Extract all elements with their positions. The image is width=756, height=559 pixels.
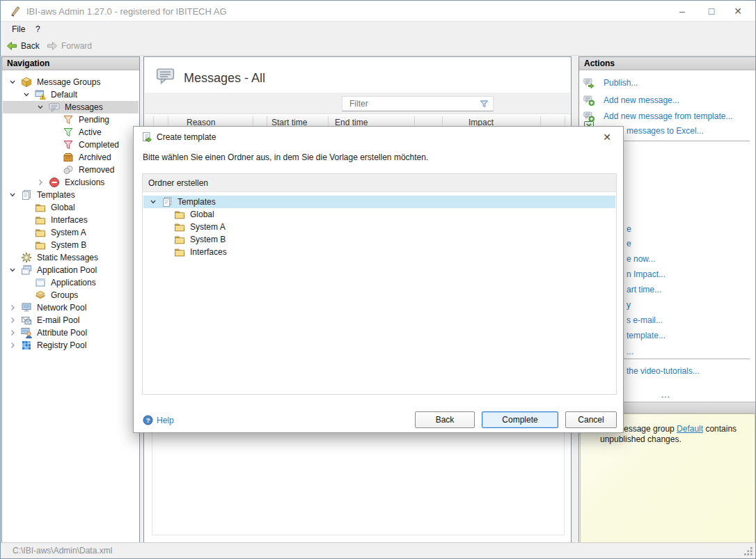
action-link-fragment[interactable]: template... bbox=[627, 331, 666, 340]
action-export-excel-fragment[interactable]: messages to Excel... bbox=[627, 126, 704, 136]
tree-item-network-pool[interactable]: Network Pool bbox=[3, 301, 139, 314]
action-link-fragment[interactable]: e bbox=[627, 224, 631, 234]
chevron-collapsed-icon[interactable] bbox=[36, 179, 45, 186]
tree-item-messages[interactable]: Messages bbox=[3, 101, 139, 113]
filter-input[interactable] bbox=[348, 98, 473, 109]
tree-item-label: System A bbox=[190, 222, 226, 232]
dialog-description: Bitte wählen Sie einen Ordner aus, in de… bbox=[143, 152, 428, 162]
network-pool-icon bbox=[21, 302, 32, 313]
chevron-collapsed-icon[interactable] bbox=[8, 342, 17, 349]
action-link-fragment[interactable]: n Impact... bbox=[627, 269, 666, 279]
app-window: IBI-aws Admin 1.27.0 - registered for IB… bbox=[0, 0, 756, 559]
action-publish[interactable]: Publish... bbox=[583, 77, 638, 88]
tree-item-registry-pool[interactable]: Registry Pool bbox=[3, 339, 139, 352]
dialog-close-icon[interactable]: ✕ bbox=[599, 130, 615, 144]
action-link-fragment[interactable]: ... bbox=[627, 347, 633, 356]
filter-box bbox=[342, 96, 494, 111]
tree-item-application-pool[interactable]: Application Pool bbox=[3, 264, 139, 276]
cancel-button[interactable]: Cancel bbox=[565, 411, 617, 428]
tree-item-completed[interactable]: Completed bbox=[3, 139, 139, 151]
tree-item-removed[interactable]: Removed bbox=[3, 164, 139, 176]
tree-item-interfaces[interactable]: Interfaces bbox=[143, 246, 615, 258]
groups-icon bbox=[35, 290, 46, 301]
tree-item-system-a[interactable]: System A bbox=[143, 221, 615, 233]
tree-item-default[interactable]: Default bbox=[3, 88, 139, 101]
chevron-placeholder bbox=[22, 242, 31, 249]
action-add-new-message[interactable]: Add new message... bbox=[583, 95, 679, 106]
more-ellipsis[interactable]: ... bbox=[661, 390, 670, 400]
chevron-expanded-icon[interactable] bbox=[149, 198, 157, 205]
chevron-collapsed-icon[interactable] bbox=[8, 317, 17, 324]
tree-item-label: Groups bbox=[51, 290, 78, 300]
tree-item-groups[interactable]: Groups bbox=[3, 289, 139, 301]
folder-icon bbox=[174, 221, 185, 233]
complete-button[interactable]: Complete bbox=[482, 411, 558, 428]
tree-item-e-mail-pool[interactable]: E-mail Pool bbox=[3, 314, 139, 326]
folder-group-header: Ordner erstellen bbox=[143, 174, 616, 192]
tree-item-system-b[interactable]: System B bbox=[3, 239, 139, 251]
chevron-expanded-icon[interactable] bbox=[8, 191, 17, 198]
messages-title-icon bbox=[156, 66, 175, 84]
action-link-fragment[interactable]: e bbox=[627, 239, 631, 249]
close-button[interactable]: ✕ bbox=[726, 1, 750, 22]
tree-item-active[interactable]: Active bbox=[3, 126, 139, 139]
help-link[interactable]: ? Help bbox=[143, 415, 174, 425]
action-link-fragment[interactable]: e now... bbox=[627, 254, 655, 264]
tree-item-templates[interactable]: Templates bbox=[3, 189, 139, 201]
svg-text:?: ? bbox=[146, 417, 150, 424]
tree-item-attribute-pool[interactable]: Attribute Pool bbox=[3, 326, 139, 339]
menu-file[interactable]: File bbox=[8, 24, 29, 35]
tree-item-pending[interactable]: Pending bbox=[3, 113, 139, 126]
resize-grip-icon[interactable] bbox=[743, 546, 753, 556]
tree-item-system-a[interactable]: System A bbox=[3, 226, 139, 239]
tree-item-label: Templates bbox=[37, 190, 75, 200]
tree-item-interfaces[interactable]: Interfaces bbox=[3, 214, 139, 226]
chevron-placeholder bbox=[50, 154, 58, 161]
tree-item-label: Attribute Pool bbox=[37, 328, 87, 338]
tree-item-global[interactable]: Global bbox=[143, 208, 615, 221]
forward-arrow-icon bbox=[47, 40, 58, 52]
chevron-expanded-icon[interactable] bbox=[8, 267, 17, 274]
action-link-fragment[interactable]: s e-mail... bbox=[627, 315, 663, 325]
tree-item-label: Registry Pool bbox=[37, 340, 86, 350]
chevron-expanded-icon[interactable] bbox=[8, 79, 17, 86]
tree-item-exclusions[interactable]: Exclusions bbox=[3, 176, 139, 189]
minimize-button[interactable]: – bbox=[670, 1, 694, 22]
tree-item-system-b[interactable]: System B bbox=[143, 233, 615, 246]
back-button[interactable]: Back bbox=[6, 39, 40, 53]
filter-funnel-icon[interactable] bbox=[479, 99, 489, 109]
chevron-placeholder bbox=[50, 116, 58, 123]
action-add-new-message-from-template[interactable]: Add new message from template... bbox=[583, 111, 732, 122]
chevron-expanded-icon[interactable] bbox=[36, 104, 45, 111]
tree-item-applications[interactable]: Applications bbox=[3, 276, 139, 289]
back-arrow-icon bbox=[6, 40, 17, 52]
maximize-button[interactable]: □ bbox=[700, 1, 723, 22]
static-messages-icon bbox=[21, 252, 32, 263]
forward-button[interactable]: Forward bbox=[47, 39, 92, 53]
action-video-tutorials-fragment[interactable]: the video-tutorials... bbox=[627, 366, 700, 376]
folder-icon bbox=[174, 234, 185, 245]
chevron-placeholder bbox=[50, 166, 58, 173]
tree-item-static-messages[interactable]: Static Messages bbox=[3, 251, 139, 264]
templates-icon bbox=[21, 189, 32, 200]
action-link-fragment[interactable]: art time... bbox=[627, 285, 661, 294]
menu-help[interactable]: ? bbox=[31, 24, 45, 35]
tree-item-label: System B bbox=[51, 240, 86, 250]
tree-item-message-groups[interactable]: Message Groups bbox=[3, 76, 139, 88]
folder-group-box: Ordner erstellen TemplatesGlobalSystem A… bbox=[142, 173, 617, 395]
folder-icon bbox=[35, 239, 46, 251]
tree-item-label: Templates bbox=[178, 197, 216, 207]
chevron-collapsed-icon[interactable] bbox=[8, 329, 17, 336]
templates-icon bbox=[162, 196, 173, 207]
folder-icon bbox=[35, 214, 46, 226]
tree-item-templates[interactable]: Templates bbox=[143, 196, 615, 208]
chevron-collapsed-icon[interactable] bbox=[8, 304, 17, 311]
tree-item-label: Interfaces bbox=[51, 215, 88, 225]
tree-item-global[interactable]: Global bbox=[3, 201, 139, 214]
chevron-expanded-icon[interactable] bbox=[22, 91, 31, 98]
back-dialog-button[interactable]: Back bbox=[415, 411, 475, 428]
tree-item-archived[interactable]: Archived bbox=[3, 151, 139, 164]
action-link-fragment[interactable]: y bbox=[627, 300, 631, 310]
default-group-link[interactable]: Default bbox=[677, 424, 703, 434]
toolbar: Back Forward bbox=[1, 37, 755, 56]
